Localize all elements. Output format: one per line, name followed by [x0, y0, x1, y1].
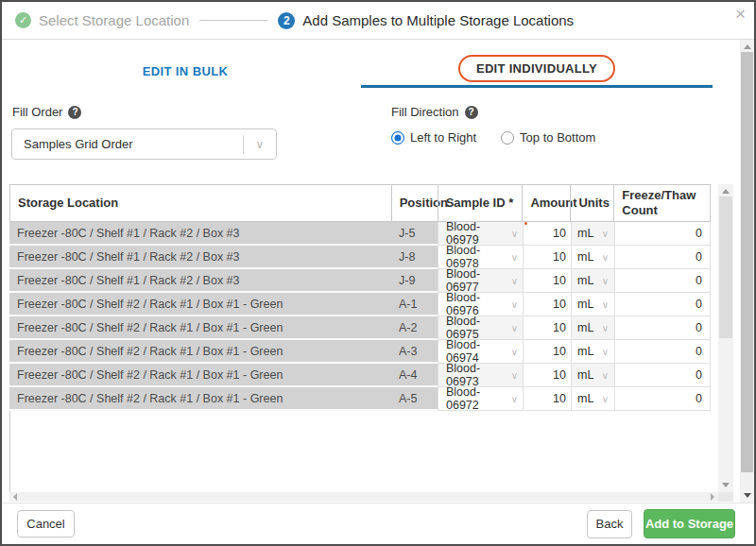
samples-table: Storage Location Position Sample ID * Am…: [9, 184, 711, 411]
cancel-button[interactable]: Cancel: [17, 510, 75, 537]
units-value: mL: [577, 274, 593, 287]
sample-id-select[interactable]: Blood-06972∨: [438, 387, 523, 411]
sample-id-select[interactable]: Blood-06973∨: [438, 364, 523, 387]
amount-input[interactable]: 10: [523, 222, 571, 246]
sample-id-select[interactable]: Blood-06975∨: [438, 316, 523, 340]
sample-id-value: Blood-06975: [446, 315, 511, 341]
radio-top-to-bottom-label: Top to Bottom: [520, 130, 595, 145]
chevron-down-icon: ∨: [602, 229, 609, 239]
units-select[interactable]: mL∨: [571, 246, 614, 269]
back-button[interactable]: Back: [587, 510, 632, 538]
chevron-down-icon: ∨: [511, 276, 518, 286]
radio-top-to-bottom[interactable]: Top to Bottom: [501, 130, 595, 145]
units-value: mL: [577, 392, 593, 405]
storage-location-cell: Freezer -80C / Shelf #2 / Rack #1 / Box …: [9, 316, 391, 340]
sample-id-value: Blood-06979: [446, 220, 511, 247]
amount-input[interactable]: 10: [523, 387, 571, 411]
tab-edit-in-bulk[interactable]: EDIT IN BULK: [9, 55, 361, 88]
scroll-right-icon[interactable]: [711, 493, 714, 501]
tab-edit-individually[interactable]: EDIT INDIVIDUALLY: [361, 55, 713, 88]
scrollbar-thumb[interactable]: [741, 52, 753, 472]
scroll-up-icon[interactable]: [744, 44, 751, 49]
table-row: Freezer -80C / Shelf #2 / Rack #1 / Box …: [9, 387, 711, 411]
units-select[interactable]: mL∨: [571, 293, 614, 316]
units-select[interactable]: mL∨: [571, 340, 614, 364]
tab-edit-individually-label: EDIT INDIVIDUALLY: [458, 55, 615, 82]
dialog-footer: Cancel Back Add to Storage: [2, 503, 754, 544]
freeze-thaw-input[interactable]: 0: [614, 222, 711, 246]
units-select[interactable]: mL∨: [571, 269, 614, 293]
units-select[interactable]: mL∨: [571, 364, 614, 387]
chevron-down-icon: ∨: [511, 323, 518, 333]
units-value: mL: [577, 227, 593, 240]
chevron-down-icon: ∨: [244, 138, 276, 151]
step2-number-badge: 2: [278, 12, 295, 29]
amount-input[interactable]: 10: [523, 364, 571, 387]
help-icon[interactable]: ?: [465, 106, 478, 119]
table-row: Freezer -80C / Shelf #1 / Rack #2 / Box …: [9, 246, 711, 269]
sample-id-select[interactable]: Blood-06977∨: [438, 269, 523, 293]
storage-location-cell: Freezer -80C / Shelf #2 / Rack #1 / Box …: [9, 387, 391, 411]
close-icon[interactable]: ×: [735, 5, 746, 23]
table-vertical-scrollbar[interactable]: [718, 184, 733, 492]
freeze-thaw-input[interactable]: 0: [614, 269, 711, 293]
units-select[interactable]: mL∨: [571, 387, 614, 411]
sample-id-select[interactable]: Blood-06974∨: [438, 340, 523, 364]
storage-location-cell: Freezer -80C / Shelf #1 / Rack #2 / Box …: [9, 269, 391, 293]
amount-input[interactable]: 10: [523, 340, 571, 364]
help-icon[interactable]: ?: [68, 106, 81, 119]
dialog-vertical-scrollbar[interactable]: [740, 40, 754, 503]
scroll-up-icon[interactable]: [722, 189, 730, 194]
sample-id-select[interactable]: Blood-06979∨: [438, 222, 523, 246]
amount-input[interactable]: 10: [523, 269, 571, 293]
position-cell: A-2: [391, 316, 438, 340]
sample-id-value: Blood-06972: [446, 385, 511, 412]
tab-edit-in-bulk-label: EDIT IN BULK: [143, 64, 229, 78]
sample-id-value: Blood-06977: [446, 267, 511, 294]
freeze-thaw-input[interactable]: 0: [614, 316, 711, 340]
position-cell: A-3: [391, 340, 438, 364]
table-horizontal-scrollbar[interactable]: [9, 492, 718, 502]
storage-location-cell: Freezer -80C / Shelf #2 / Rack #1 / Box …: [9, 293, 391, 316]
amount-input[interactable]: 10: [523, 293, 571, 316]
radio-left-to-right-label: Left to Right: [410, 130, 476, 145]
chevron-down-icon: ∨: [602, 299, 609, 310]
units-select[interactable]: mL∨: [571, 316, 614, 340]
col-header-amount: Amount: [522, 185, 570, 221]
edit-mode-tabs: EDIT IN BULK EDIT INDIVIDUALLY: [9, 55, 713, 88]
scroll-down-icon[interactable]: [722, 483, 730, 487]
freeze-thaw-input[interactable]: 0: [614, 387, 711, 411]
storage-location-cell: Freezer -80C / Shelf #2 / Rack #1 / Box …: [9, 364, 391, 387]
chevron-down-icon: ∨: [602, 394, 609, 404]
freeze-thaw-input[interactable]: 0: [614, 340, 711, 364]
freeze-thaw-input[interactable]: 0: [614, 293, 711, 316]
freeze-thaw-input[interactable]: 0: [614, 246, 711, 269]
amount-input[interactable]: 10: [523, 246, 571, 269]
sample-id-value: Blood-06976: [446, 291, 511, 317]
freeze-thaw-input[interactable]: 0: [614, 364, 711, 387]
sample-id-select[interactable]: Blood-06976∨: [438, 293, 523, 316]
sample-id-select[interactable]: Blood-06978∨: [438, 246, 523, 269]
scrollbar-thumb[interactable]: [719, 196, 732, 338]
add-to-storage-button[interactable]: Add to Storage: [644, 509, 735, 538]
chevron-down-icon: ∨: [602, 323, 609, 333]
table-row: Freezer -80C / Shelf #2 / Rack #1 / Box …: [9, 364, 711, 387]
dialog-title: Add Samples to Multiple Storage Location…: [302, 12, 574, 28]
fill-direction-label: Fill Direction: [391, 105, 459, 119]
position-cell: J-9: [391, 269, 438, 293]
amount-input[interactable]: 10: [523, 316, 571, 340]
fill-order-value: Samples Grid Order: [12, 137, 243, 151]
units-select[interactable]: mL∨: [571, 222, 614, 246]
col-header-freeze-thaw: Freeze/Thaw Count: [613, 185, 710, 221]
radio-unselected-icon: [501, 131, 514, 145]
fill-order-select[interactable]: Samples Grid Order ∨: [11, 128, 277, 160]
units-value: mL: [577, 321, 593, 334]
scroll-left-icon[interactable]: [13, 493, 17, 501]
radio-left-to-right[interactable]: Left to Right: [391, 130, 476, 145]
fill-order-label: Fill Order: [12, 105, 62, 119]
storage-location-cell: Freezer -80C / Shelf #1 / Rack #2 / Box …: [9, 246, 391, 269]
scroll-down-icon[interactable]: [744, 493, 751, 498]
chevron-down-icon: ∨: [602, 276, 609, 286]
position-cell: A-1: [391, 293, 438, 316]
chevron-down-icon: ∨: [511, 229, 518, 239]
